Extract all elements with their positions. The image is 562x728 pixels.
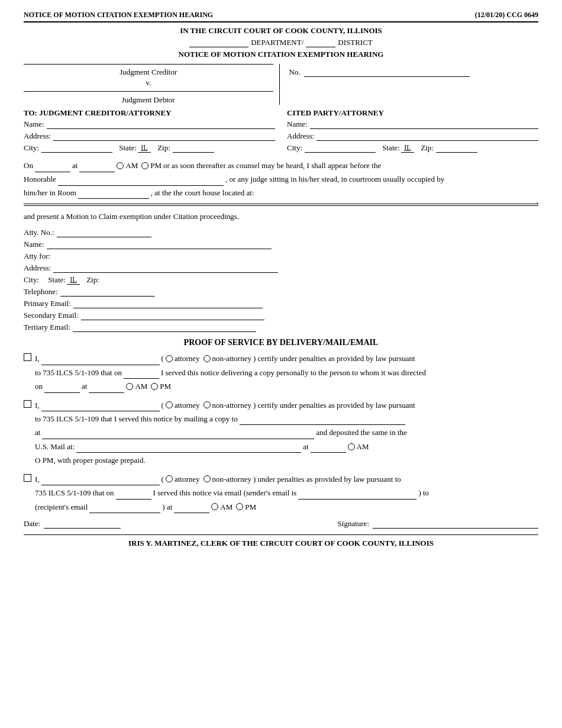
proof-checkbox-2[interactable] [24,400,31,408]
proof-item-1-row: I, ( attorney non-attorney ) certify und… [24,352,538,394]
proof3-atty-label: attorney [175,473,200,485]
atty-email1-field[interactable] [73,299,263,308]
creditor-city-label: City: [24,143,39,153]
creditor-address-field[interactable] [53,131,275,141]
on-label: On [24,160,33,172]
proof2-usmail-field[interactable] [76,443,301,453]
atty-address-row: Address: [24,263,538,273]
dept-label: DEPARTMENT/ [251,38,303,47]
pm-circle [141,162,148,169]
party-top-line [24,64,273,65]
proof2-am-circle [348,443,355,450]
atty-address-field[interactable] [53,263,278,273]
district-field[interactable] [306,38,335,47]
para1-line2: Honorable , or any judge sitting in his/… [24,173,538,186]
creditor-state-group: State: IL [119,143,151,153]
sig-label: Signature: [338,519,369,529]
cited-name-field[interactable] [310,120,538,129]
proof-item-2-row: I, ( attorney non-attorney ) certify und… [24,399,538,468]
atty-section: Atty. No.: Name: Atty for: Address: City… [24,228,538,332]
room-field[interactable] [78,189,149,199]
date-field[interactable] [35,163,70,172]
proof1-on-date-field[interactable] [44,384,80,393]
proof3-non-atty-label: non-attorney [212,473,251,485]
proof-checkbox-1[interactable] [24,353,31,361]
sig-group: Signature: [338,519,538,529]
am-radio[interactable]: AM [117,160,138,172]
proof-line-3b: 735 ILCS 5/1-109 that on I served this n… [35,487,538,499]
proof2-am-radio[interactable]: AM [348,440,369,453]
proof-content-2: I, ( attorney non-attorney ) certify und… [35,399,538,468]
sig-input-field[interactable] [373,519,538,529]
creditor-city-field[interactable] [41,143,112,153]
proof3-sender-email-field[interactable] [298,490,416,500]
proof3-pm-radio[interactable]: PM [236,501,256,513]
atty-no-field[interactable] [57,228,151,237]
proof2-name-field[interactable] [41,402,160,411]
proof1-radio-group: attorney non-attorney [166,352,251,365]
proof1-name-field[interactable] [41,356,160,365]
proof-item-1: I, ( attorney non-attorney ) certify und… [24,352,538,394]
atty-city-row: City: State: IL Zip: [24,275,538,285]
proof3-pm-label: PM [245,501,256,513]
proof2-at-field[interactable] [42,430,314,439]
dept-field[interactable] [189,38,248,47]
proof1-date-field[interactable] [124,369,159,379]
proof3-non-atty-radio[interactable]: non-attorney [204,473,251,485]
proof-item-2: I, ( attorney non-attorney ) certify und… [24,399,538,468]
atty-name-row: Name: [24,240,538,249]
cited-city-row: City: State: IL Zip: [287,143,538,153]
proof-line-2a: I, ( attorney non-attorney ) certify und… [35,399,538,411]
proof3-radio-group: attorney non-attorney [166,473,251,485]
creditor-section-title: TO: JUDGMENT CREDITOR/ATTORNEY [24,108,275,118]
cited-state-label: State: [382,143,400,153]
proof1-time-field[interactable] [89,384,124,393]
no-line: No. [289,67,539,77]
cited-city-label: City: [287,143,302,153]
proof3-recipient-field[interactable] [89,504,160,513]
atty-email3-field[interactable] [73,323,256,332]
proof3-atty-radio[interactable]: attorney [166,473,200,485]
atty-tel-field[interactable] [60,287,155,297]
proof-line-2c: at and deposited the same in the [35,426,538,439]
proof2-non-atty-radio[interactable]: non-attorney [204,399,251,411]
proof2-mailto-field[interactable] [240,415,405,425]
creditor-name-field[interactable] [47,120,275,129]
creditor-zip-label: Zip: [157,143,170,153]
proof3-time-field[interactable] [174,504,209,513]
proof2-time-field[interactable] [311,443,346,453]
dept-line: DEPARTMENT/ DISTRICT [24,38,538,47]
time-field[interactable] [79,163,115,172]
atty-email2-field[interactable] [81,311,264,320]
honorable-label: Honorable [24,173,56,186]
proof1-am-radio[interactable]: AM [126,380,147,392]
case-number-field[interactable] [304,67,470,77]
center-header: IN THE CIRCUIT COURT OF COOK COUNTY, ILL… [24,26,538,59]
cited-state-val: IL [401,143,414,153]
proof2-atty-radio[interactable]: attorney [166,399,200,411]
proof3-name-field[interactable] [41,476,160,485]
proof3-date-field[interactable] [116,490,151,500]
cited-zip-field[interactable] [436,143,477,153]
atty-tel-label: Telephone: [24,287,58,297]
proof1-non-atty-radio[interactable]: non-attorney [204,352,251,365]
cited-address-field[interactable] [316,131,538,141]
pm-radio[interactable]: PM [141,160,162,172]
judge-field[interactable] [58,176,224,186]
creditor-zip-field[interactable] [173,143,214,153]
cited-address-label: Address: [287,131,314,141]
creditor-city-row: City: State: IL Zip: [24,143,275,153]
proof3-am-radio[interactable]: AM [211,501,232,513]
cited-city-field[interactable] [305,143,376,153]
creditor-label: Judgment Creditor [119,67,177,77]
form-title: NOTICE OF MOTION CITATION EXEMPTION HEAR… [24,50,538,59]
atty-state-label: State: [48,275,66,285]
date-input-field[interactable] [44,519,121,529]
atty-state-group: State: IL [48,275,80,285]
atty-name-field[interactable] [47,240,272,249]
proof2-at2-label: at [303,440,308,453]
proof1-pm-radio[interactable]: PM [151,380,171,392]
proof-checkbox-3[interactable] [24,474,31,482]
proof1-atty-radio[interactable]: attorney [166,352,200,365]
atty-email1-label: Primary Email: [24,299,71,308]
